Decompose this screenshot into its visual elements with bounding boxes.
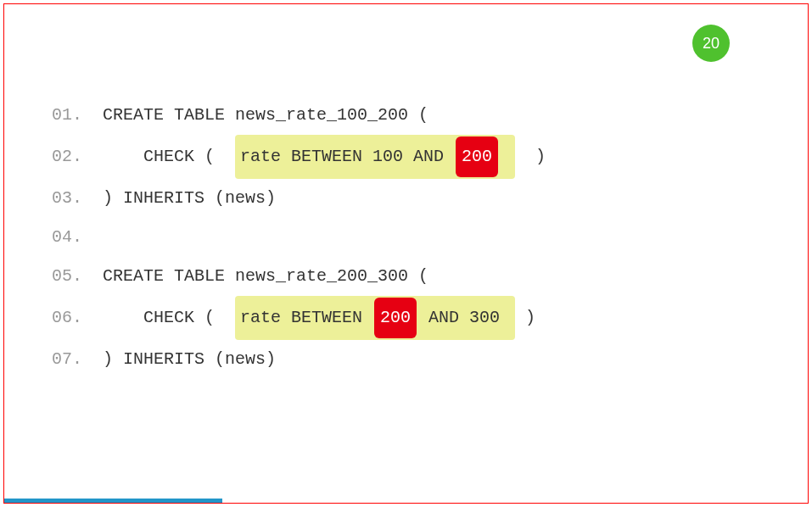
highlight-red: 200 bbox=[456, 136, 498, 177]
code-text: CREATE TABLE news_rate_200_300 ( bbox=[103, 257, 428, 296]
code-line: 07. ) INHERITS (news) bbox=[52, 340, 546, 379]
line-number: 04. bbox=[52, 218, 103, 257]
highlight-text-post: AND 300 bbox=[418, 298, 510, 337]
code-line: 01. CREATE TABLE news_rate_100_200 ( bbox=[52, 96, 546, 135]
line-number: 05. bbox=[52, 257, 103, 296]
code-text: ) INHERITS (news) bbox=[103, 179, 276, 218]
code-line: 02. CHECK ( rate BETWEEN 100 AND 200 ) bbox=[52, 135, 546, 179]
highlight-text-pre: rate BETWEEN 100 AND bbox=[240, 137, 454, 176]
code-block: 01. CREATE TABLE news_rate_100_200 ( 02.… bbox=[52, 96, 546, 379]
highlight-text-post bbox=[500, 137, 510, 176]
line-number: 03. bbox=[52, 179, 103, 218]
code-text: CREATE TABLE news_rate_100_200 ( bbox=[103, 96, 428, 135]
code-line: 06. CHECK ( rate BETWEEN 200 AND 300 ) bbox=[52, 296, 546, 340]
highlight-yellow: rate BETWEEN 200 AND 300 bbox=[235, 296, 515, 340]
line-number: 02. bbox=[52, 137, 103, 176]
line-number: 07. bbox=[52, 340, 103, 379]
code-line: 04. bbox=[52, 218, 546, 257]
code-text: ) INHERITS (news) bbox=[103, 340, 276, 379]
highlight-text-pre: rate BETWEEN bbox=[240, 298, 372, 337]
progress-bar bbox=[4, 499, 222, 503]
highlight-yellow: rate BETWEEN 100 AND 200 bbox=[235, 135, 515, 179]
slide-number-badge: 20 bbox=[692, 25, 730, 62]
code-text: ) bbox=[515, 298, 535, 337]
highlight-red: 200 bbox=[374, 298, 417, 338]
code-text: CHECK ( bbox=[103, 137, 235, 176]
code-line: 03. ) INHERITS (news) bbox=[52, 179, 546, 218]
line-number: 06. bbox=[52, 298, 103, 337]
code-text: CHECK ( bbox=[103, 298, 235, 337]
code-text: ) bbox=[515, 137, 546, 176]
slide-container: 20 01. CREATE TABLE news_rate_100_200 ( … bbox=[3, 3, 809, 504]
line-number: 01. bbox=[52, 96, 103, 135]
code-line: 05. CREATE TABLE news_rate_200_300 ( bbox=[52, 257, 546, 296]
